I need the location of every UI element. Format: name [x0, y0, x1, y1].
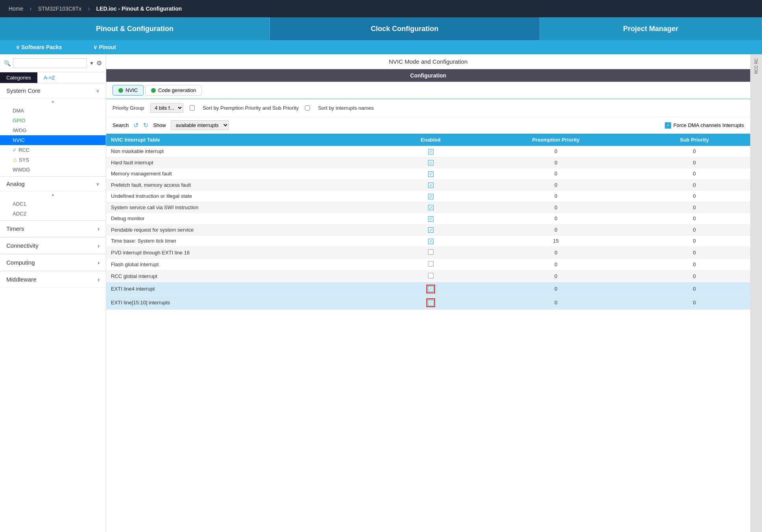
- show-select[interactable]: available interrupts: [171, 120, 229, 130]
- nav-home[interactable]: Home: [4, 6, 28, 12]
- show-label: Show: [153, 122, 166, 128]
- search-icon: 🔍: [4, 60, 11, 66]
- sub-priority-cell: 0: [638, 146, 750, 157]
- sidebar-item-rcc[interactable]: ✓RCC: [0, 145, 106, 155]
- subnav-software-packs[interactable]: ∨ Software Packs: [16, 44, 62, 50]
- nvic-table: NVIC Interrupt Table Enabled Preemption …: [106, 134, 750, 310]
- tab-az[interactable]: A->Z: [37, 72, 61, 83]
- enabled-checkbox-checked[interactable]: ✓: [428, 300, 434, 306]
- enabled-cell[interactable]: ✓: [388, 168, 473, 180]
- subnav-pinout[interactable]: ∨ Pinout: [93, 44, 116, 50]
- sort-premption-label: Sort by Premption Priority and Sub Prior…: [203, 105, 299, 111]
- config-tab-nvic[interactable]: NVIC: [113, 85, 144, 96]
- codegen-dot: [151, 88, 156, 93]
- sidebar-section-computing[interactable]: Computing ›: [0, 254, 106, 271]
- sidebar-item-adc1[interactable]: ADC1: [0, 199, 106, 209]
- red-border-box: ✓: [426, 285, 435, 293]
- chevron-right-icon-middleware: ›: [98, 276, 100, 283]
- search-input[interactable]: [13, 58, 87, 68]
- enabled-checkbox-unchecked[interactable]: [428, 261, 434, 267]
- gear-icon[interactable]: ⚙: [96, 59, 102, 67]
- enabled-cell[interactable]: [388, 258, 473, 270]
- enabled-checkbox-checked[interactable]: ✓: [428, 239, 434, 244]
- interrupt-name-cell: EXTI line4 interrupt: [106, 282, 388, 296]
- enabled-cell[interactable]: ✓: [388, 213, 473, 225]
- system-core-items: DMA GPIO IWDG NVIC ✓RCC ⚠SYS WWDG: [0, 104, 106, 176]
- nav-chevron-1: ›: [30, 5, 31, 12]
- table-row: Prefetch fault, memory access fault✓00: [106, 179, 750, 191]
- sub-priority-cell: 0: [638, 247, 750, 258]
- enabled-checkbox-checked[interactable]: ✓: [428, 194, 434, 199]
- sidebar-item-adc2[interactable]: ADC2: [0, 209, 106, 219]
- sidebar-item-dma[interactable]: DMA: [0, 106, 106, 116]
- section-header-system-core[interactable]: System Core ∨: [0, 83, 106, 98]
- preemption-priority-cell: 0: [473, 224, 638, 236]
- tab-project[interactable]: Project Manager: [540, 17, 762, 40]
- enabled-checkbox-unchecked[interactable]: [428, 273, 434, 278]
- interrupt-name-cell: RCC global interrupt: [106, 270, 388, 282]
- enabled-checkbox-checked[interactable]: ✓: [428, 216, 434, 222]
- sidebar-section-timers[interactable]: Timers ›: [0, 220, 106, 237]
- section-header-analog[interactable]: Analog ∨: [0, 177, 106, 191]
- enabled-checkbox-checked[interactable]: ✓: [428, 205, 434, 210]
- tab-pinout[interactable]: Pinout & Configuration: [0, 17, 270, 40]
- sidebar-search-row: 🔍 ▼ ⚙: [0, 54, 106, 72]
- enabled-cell[interactable]: ✓: [388, 157, 473, 168]
- interrupt-name-cell: Prefetch fault, memory access fault: [106, 179, 388, 191]
- section-label-computing: Computing: [6, 259, 35, 266]
- table-row: Debug monitor✓00: [106, 213, 750, 225]
- sidebar-section-middleware[interactable]: Middleware ›: [0, 271, 106, 288]
- search-reset-icon[interactable]: ↺: [133, 121, 138, 129]
- sidebar-tab-row: Categories A->Z: [0, 72, 106, 83]
- chevron-right-icon-computing: ›: [98, 259, 100, 266]
- scroll-up-arrow-analog[interactable]: ▲: [0, 191, 106, 197]
- preemption-priority-cell: 0: [473, 202, 638, 213]
- priority-group-label: Priority Group: [113, 105, 144, 111]
- force-dma-checkbox[interactable]: ✓: [665, 122, 671, 129]
- enabled-checkbox-checked[interactable]: ✓: [428, 286, 434, 292]
- enabled-cell[interactable]: ✓: [388, 191, 473, 202]
- main-layout: 🔍 ▼ ⚙ Categories A->Z System Core ∨ ▲ DM…: [0, 54, 762, 532]
- interrupt-name-cell: PVD interrupt through EXTI line 16: [106, 247, 388, 258]
- sub-priority-cell: 0: [638, 236, 750, 247]
- enabled-checkbox-unchecked[interactable]: [428, 249, 434, 255]
- nav-led-ioc[interactable]: LED.ioc - Pinout & Configuration: [92, 6, 187, 12]
- enabled-cell[interactable]: ✓: [388, 236, 473, 247]
- interrupt-name-cell: Hard fault interrupt: [106, 157, 388, 168]
- sidebar-item-wwdg[interactable]: WWDG: [0, 165, 106, 175]
- enabled-cell[interactable]: ✓: [388, 282, 473, 296]
- enabled-cell[interactable]: ✓: [388, 224, 473, 236]
- sort-interrupts-checkbox[interactable]: [305, 105, 310, 110]
- enabled-cell[interactable]: [388, 270, 473, 282]
- preemption-priority-cell: 0: [473, 213, 638, 225]
- enabled-cell[interactable]: ✓: [388, 296, 473, 309]
- tab-categories[interactable]: Categories: [0, 72, 37, 83]
- sidebar-item-gpio[interactable]: GPIO: [0, 116, 106, 125]
- enabled-cell[interactable]: ✓: [388, 146, 473, 157]
- search-dropdown-icon[interactable]: ▼: [89, 61, 94, 66]
- config-tab-codegen[interactable]: Code generation: [145, 85, 202, 96]
- sidebar-item-iwdg[interactable]: IWDG: [0, 125, 106, 135]
- nav-chevron-2: ›: [88, 5, 90, 12]
- scroll-up-arrow[interactable]: ▲: [0, 98, 106, 104]
- sub-priority-cell: 0: [638, 282, 750, 296]
- sort-premption-checkbox[interactable]: [190, 105, 195, 110]
- enabled-cell[interactable]: [388, 247, 473, 258]
- enabled-checkbox-checked[interactable]: ✓: [428, 149, 434, 155]
- sidebar-item-nvic[interactable]: NVIC: [0, 135, 106, 145]
- sidebar-item-sys[interactable]: ⚠SYS: [0, 155, 106, 165]
- tab-clock[interactable]: Clock Configuration: [270, 17, 540, 40]
- enabled-checkbox-checked[interactable]: ✓: [428, 160, 434, 166]
- search-go-icon[interactable]: ↻: [143, 121, 148, 129]
- enabled-checkbox-checked[interactable]: ✓: [428, 182, 434, 188]
- priority-group-select[interactable]: 4 bits f...: [150, 103, 183, 113]
- nav-stm32[interactable]: STM32F103C8Tx: [33, 6, 86, 12]
- enabled-cell[interactable]: ✓: [388, 202, 473, 213]
- table-row: Undefined instruction or illegal state✓0…: [106, 191, 750, 202]
- enabled-checkbox-checked[interactable]: ✓: [428, 171, 434, 177]
- enabled-checkbox-checked[interactable]: ✓: [428, 227, 434, 233]
- config-tab-codegen-label: Code generation: [158, 87, 196, 93]
- table-row: RCC global interrupt00: [106, 270, 750, 282]
- enabled-cell[interactable]: ✓: [388, 179, 473, 191]
- sidebar-section-connectivity[interactable]: Connectivity ›: [0, 237, 106, 254]
